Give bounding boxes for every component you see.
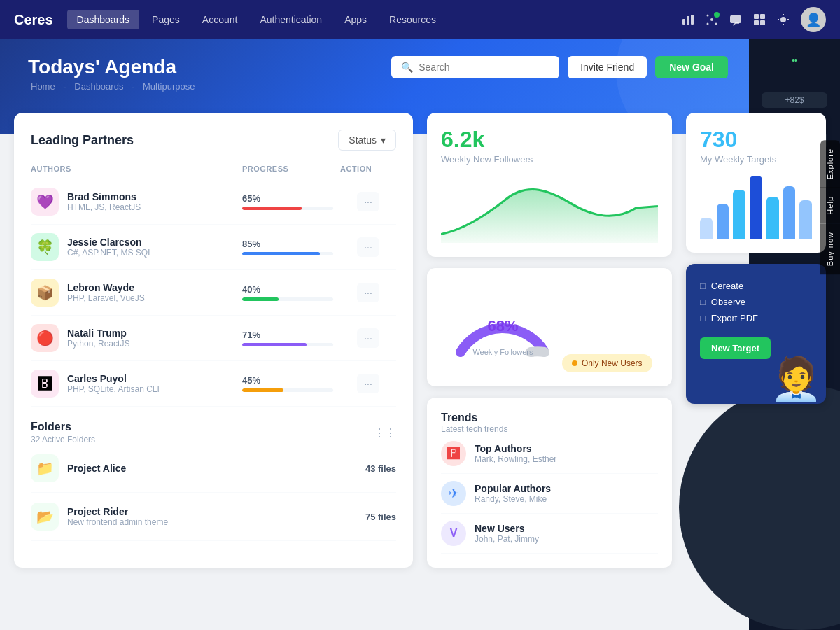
action-dots-button[interactable]: ··· [357,328,379,348]
folder-info: 📂 Project Rider New frontend admin theme [31,503,168,531]
breadcrumb-home[interactable]: Home [31,81,55,92]
search-box: 🔍 [391,56,559,78]
chevron-down-icon: ▾ [381,134,386,146]
nav-menu: Dashboards Pages Account Authentication … [67,10,446,29]
avatar: 📦 [31,279,59,307]
breadcrumb-multipurpose[interactable]: Multipurpose [143,81,195,92]
progress-bar-bg [242,206,333,210]
progress-col: 71% [242,330,340,346]
followers-label: Weekly New Followers [441,154,658,164]
bar-item [766,197,779,239]
progress-bar-bg [242,252,333,255]
bar-item [733,190,746,239]
table-row: 🍀 Jessie Clarcson C#, ASP.NET, MS SQL 85… [31,225,396,270]
bar-item [799,200,812,239]
svg-point-4 [707,15,709,17]
side-tabs-container: Explore Help Buy now [820,140,840,274]
folder-icon: 📁 [31,454,59,482]
trend-name: New Users [475,523,539,534]
author-skills: HTML, JS, ReactJS [67,202,141,212]
breadcrumb-dashboards[interactable]: Dashboards [74,81,123,92]
folder-info: 📁 Project Alice [31,454,126,482]
folder-desc: New frontend admin theme [67,517,168,527]
sun-icon[interactable] [777,13,790,26]
invite-friend-button[interactable]: Invite Friend [568,56,647,78]
svg-point-7 [715,23,718,25]
side-tab-help[interactable]: Help [820,188,840,223]
list-item: V New Users John, Pat, Jimmy [441,514,658,554]
navbar-icons: 👤 [682,7,826,32]
svg-rect-1 [687,16,690,24]
avatar: 🔴 [31,324,59,352]
author-info: 📦 Lebron Wayde PHP, Laravel, VueJS [31,279,242,307]
action-dots-button[interactable]: ··· [357,283,379,302]
list-item: 📂 Project Rider New frontend admin theme… [31,493,396,541]
progress-percent: 40% [242,284,333,295]
breadcrumb: Home - Dashboards - Multipurpose [28,81,812,92]
notification-dot [714,12,720,18]
svg-rect-8 [730,15,741,23]
svg-rect-11 [754,20,759,25]
author-info: 🔴 Natali Trump Python, ReactJS [31,324,242,352]
weekly-targets-card: 730 My Weekly Targets [686,113,826,253]
folders-menu-icon[interactable]: ⋮⋮ [374,426,396,440]
author-skills: PHP, SQLite, Artisan CLI [67,384,160,394]
leading-partners-title: Leading Partners [31,133,134,148]
trend-icon: ✈ [441,481,466,506]
progress-percent: 85% [242,239,333,249]
progress-bar-fill [242,206,302,210]
status-dropdown[interactable]: Status ▾ [338,130,396,150]
bar-chart [700,176,812,239]
trend-icon: V [441,521,466,546]
folder-name: Project Alice [67,463,126,474]
action-dots-button[interactable]: ··· [357,237,379,257]
svg-rect-0 [682,19,685,24]
progress-col: 45% [242,375,340,392]
nav-account[interactable]: Account [192,10,248,29]
bar-chart-icon[interactable] [682,13,694,26]
progress-percent: 71% [242,330,333,340]
sparkle-icon[interactable] [706,13,718,26]
progress-col: 85% [242,239,340,255]
progress-col: 65% [242,193,340,210]
nav-apps[interactable]: Apps [335,10,377,29]
user-avatar[interactable]: 👤 [801,7,826,32]
new-goal-button[interactable]: New Goal [655,56,728,78]
brand-logo: Ceres [14,12,53,28]
nav-resources[interactable]: Resources [379,10,446,29]
author-info: 🍀 Jessie Clarcson C#, ASP.NET, MS SQL [31,233,242,261]
list-item: ✈ Popular Authors Randy, Steve, Mike [441,474,658,514]
avatar: 🍀 [31,233,59,261]
nav-authentication[interactable]: Authentication [250,10,332,29]
action-col: ··· [340,283,396,302]
table-row: 📦 Lebron Wayde PHP, Laravel, VueJS 40% ·… [31,270,396,316]
nav-dashboards[interactable]: Dashboards [67,10,140,29]
folders-subtitle: 32 Active Folders [31,435,95,444]
col-progress: PROGRESS [242,164,340,173]
action-list: Cereate Observe Export PDF [700,278,812,326]
action-dots-button[interactable]: ··· [357,192,379,211]
folders-header: Folders 32 Active Folders ⋮⋮ [31,421,396,444]
action-col: ··· [340,374,396,393]
progress-col: 40% [242,284,340,301]
side-tab-explore[interactable]: Explore [820,140,840,188]
folder-files-count: 43 files [365,463,396,474]
svg-rect-12 [760,20,765,25]
action-item-create: Cereate [700,278,812,294]
trend-users: Mark, Rowling, Esther [475,454,556,464]
svg-point-13 [780,17,786,22]
new-target-button[interactable]: New Target [700,337,771,359]
side-tab-buy[interactable]: Buy now [820,223,840,274]
progress-percent: 65% [242,193,333,204]
author-name: Lebron Wayde [67,282,145,293]
nav-pages[interactable]: Pages [142,10,190,29]
left-panel: Leading Partners Status ▾ AUTHORS PROGRE… [14,113,413,568]
message-icon[interactable] [729,13,742,26]
trends-subtitle: Latest tech trends [441,424,658,434]
grid-icon[interactable] [753,13,766,26]
action-dots-button[interactable]: ··· [357,374,379,393]
trend-users: Randy, Steve, Mike [475,494,551,504]
search-input[interactable] [419,62,550,73]
followers-count: 6.2k [441,127,658,153]
action-col: ··· [340,237,396,257]
